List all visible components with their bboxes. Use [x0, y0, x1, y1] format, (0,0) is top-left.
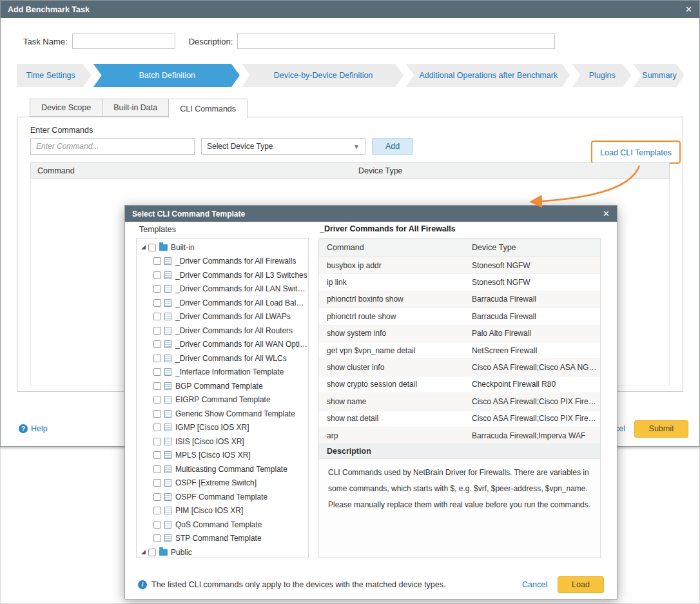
checkbox[interactable]: [153, 271, 161, 279]
task-fields-row: Task Name: Description:: [23, 34, 555, 49]
wizard-tab-device-by-device-definition[interactable]: Device-by-Device Definition: [242, 64, 403, 87]
table-row: busybox ip addrStonesoft NGFW: [319, 257, 600, 274]
tree-item[interactable]: Multicasting Command Template: [137, 462, 308, 476]
modal-close-icon[interactable]: ✕: [603, 209, 610, 219]
checkbox[interactable]: [153, 521, 161, 529]
checkbox[interactable]: [153, 424, 161, 431]
load-button[interactable]: Load: [558, 576, 604, 593]
commands-table-header-command: Command: [31, 166, 352, 175]
checkbox[interactable]: [153, 382, 161, 390]
checkbox[interactable]: [153, 410, 161, 418]
modal-cancel-button[interactable]: Cancel: [522, 580, 547, 589]
close-icon[interactable]: ✕: [685, 5, 692, 14]
checkbox[interactable]: [153, 340, 161, 348]
tree-item[interactable]: IGMP [Cisco IOS XR]: [137, 421, 308, 435]
checkbox[interactable]: [153, 451, 161, 459]
wizard-tab-plugins[interactable]: Plugins: [572, 64, 631, 87]
add-button[interactable]: Add: [372, 138, 413, 155]
submit-button[interactable]: Submit: [634, 420, 688, 438]
tree-item[interactable]: MPLS [Cisco IOS XR]: [137, 449, 308, 463]
template-icon: [164, 368, 171, 376]
tree-item-label: EIGRP Command Template: [175, 395, 271, 404]
command-cell: arp: [319, 431, 464, 440]
enter-commands-label: Enter Commands: [30, 126, 93, 135]
command-cell: phionctrl boxinfo show: [319, 295, 464, 304]
checkbox[interactable]: [153, 396, 161, 404]
tree-item[interactable]: _Driver Commands for All LAN Switches: [137, 282, 308, 297]
tree-item[interactable]: STP Command Template: [137, 532, 308, 546]
tree-expander-icon[interactable]: [141, 245, 146, 249]
tree-item[interactable]: _Driver Commands for All LWAPs: [137, 310, 308, 324]
checkbox[interactable]: [153, 438, 161, 445]
tree-item-label: QoS Command Template: [175, 520, 262, 529]
table-row: get vpn $vpn_name detailNetScreen Firewa…: [319, 342, 600, 359]
screen: Add Benchmark Task ✕ Task Name: Descript…: [0, 0, 700, 604]
table-row: show nameCisco ASA Firewall;Cisco PIX Fi…: [319, 393, 600, 410]
wizard-tab-additional-operations-after-benchmark[interactable]: Additional Operations after Benchmark: [405, 64, 570, 87]
command-cell: show nat detail: [319, 414, 464, 423]
wizard-tab-time-settings[interactable]: Time Settings: [17, 64, 92, 87]
command-input[interactable]: [30, 138, 195, 155]
tab-cli-commands[interactable]: CLI Commands: [168, 99, 248, 118]
info-icon: i: [138, 580, 147, 589]
detail-table-header: CommandDevice Type: [319, 239, 600, 257]
table-row: show nat detailCisco ASA Firewall;Cisco …: [319, 411, 600, 427]
checkbox[interactable]: [148, 549, 156, 556]
checkbox[interactable]: [153, 257, 161, 265]
tree-item[interactable]: _Driver Commands for All WAN Optimi...: [137, 338, 308, 352]
checkbox[interactable]: [148, 244, 156, 251]
description-label: Description:: [189, 37, 233, 46]
template-icon: [164, 438, 171, 445]
tree-group-public[interactable]: Public: [137, 545, 308, 558]
template-icon: [164, 424, 171, 431]
tree-item-label: _Driver Commands for All LWAPs: [175, 312, 291, 321]
task-name-input[interactable]: [72, 34, 175, 49]
tree-item[interactable]: _Driver Commands for All Routers: [137, 324, 308, 338]
device-type-cell: Barracuda Firewall: [464, 295, 600, 304]
device-type-cell: Cisco ASA Firewall;Cisco PIX Firewall: [464, 414, 600, 423]
tree-item[interactable]: _Driver Commands for All Load Balanc...: [137, 296, 308, 310]
help-icon: ?: [19, 424, 28, 433]
checkbox[interactable]: [153, 285, 161, 293]
template-icon: [164, 340, 171, 348]
tab-device-scope[interactable]: Device Scope: [30, 99, 102, 117]
tab-built-in-data[interactable]: Built-in Data: [102, 99, 169, 117]
checkbox[interactable]: [153, 313, 161, 320]
tree-item[interactable]: PIM [Cisco IOS XR]: [137, 504, 308, 518]
checkbox[interactable]: [153, 479, 161, 487]
tree-item[interactable]: EIGRP Command Template: [137, 393, 308, 407]
checkbox[interactable]: [153, 299, 161, 307]
wizard-tab-batch-definition[interactable]: Batch Definition: [93, 64, 240, 87]
tree-expander-icon[interactable]: [141, 550, 146, 554]
checkbox[interactable]: [153, 493, 161, 501]
tree-item[interactable]: OSPF Command Template: [137, 490, 308, 504]
help-label: Help: [31, 424, 48, 433]
device-type-cell: Barracuda Firewall: [464, 312, 600, 321]
load-cli-templates-link[interactable]: Load CLI Templates: [600, 148, 672, 157]
tree-item[interactable]: QoS Command Template: [137, 518, 308, 532]
tree-item[interactable]: _Driver Commands for All Firewalls: [137, 255, 308, 269]
tree-item[interactable]: _Driver Commands for All L3 Switches: [137, 268, 308, 282]
checkbox[interactable]: [153, 507, 161, 514]
tree-item[interactable]: _Interface Information Template: [137, 365, 308, 380]
checkbox[interactable]: [153, 368, 161, 376]
tree-item[interactable]: OSPF [Extreme Switch]: [137, 476, 308, 491]
description-input[interactable]: [237, 34, 555, 49]
tree-item[interactable]: BGP Command Template: [137, 379, 308, 393]
help-link[interactable]: ? Help: [19, 424, 48, 433]
checkbox[interactable]: [153, 327, 161, 335]
tree-item-label: PIM [Cisco IOS XR]: [175, 506, 243, 515]
wizard-tab-summary[interactable]: Summary: [633, 64, 685, 87]
load-cli-templates-highlight: Load CLI Templates: [591, 141, 681, 164]
checkbox[interactable]: [153, 465, 161, 473]
table-row: ip linkStonesoft NGFW: [319, 274, 600, 291]
device-type-select[interactable]: Select Device Type ▼: [201, 138, 365, 155]
checkbox[interactable]: [153, 355, 161, 362]
tree-item-label: Multicasting Command Template: [175, 465, 287, 474]
tree-group-built-in[interactable]: Built-in: [137, 240, 308, 255]
tree-item[interactable]: _Driver Commands for All WLCs: [137, 351, 308, 365]
tree-item[interactable]: Generic Show Command Template: [137, 407, 308, 421]
checkbox[interactable]: [153, 534, 161, 542]
modal-note-text: The listed CLI commands only apply to th…: [151, 580, 445, 589]
tree-item[interactable]: ISIS [Cisco IOS XR]: [137, 434, 308, 449]
